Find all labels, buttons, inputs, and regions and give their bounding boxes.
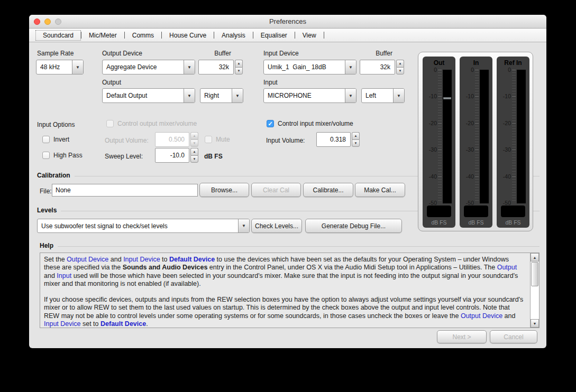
decrement-icon: ▼ <box>190 139 198 147</box>
output-select[interactable]: Default Output ▼ <box>102 88 195 103</box>
input-buffer-value: 32k <box>380 63 395 71</box>
levels-signal-value: Use subwoofer test signal to check/set l… <box>38 222 238 230</box>
output-device-value: Aggregate Device <box>103 63 184 71</box>
spinner-arrows: ▲ ▼ <box>235 60 243 74</box>
help-scrollbar[interactable]: ▲ ▼ <box>530 253 539 328</box>
chevron-down-icon: ▼ <box>72 60 83 74</box>
tab-soundcard[interactable]: Soundcard <box>35 30 81 41</box>
input-channel-select[interactable]: Left ▼ <box>361 88 405 103</box>
input-select[interactable]: MICROPHONE ▼ <box>263 88 356 103</box>
checkbox-icon[interactable] <box>42 152 50 159</box>
checkbox-checked-icon[interactable] <box>267 120 274 127</box>
generate-debug-button[interactable]: Generate Debug File... <box>305 219 402 233</box>
input-device-select[interactable]: Umik_1 Gain_ 18dB ▼ <box>263 60 356 74</box>
cal-file-value: None <box>56 186 71 194</box>
output-channel-value: Right <box>200 92 232 99</box>
checkbox-icon[interactable] <box>42 136 50 143</box>
scrollbar-thumb[interactable] <box>531 262 538 286</box>
tab-analysis[interactable]: Analysis <box>214 30 253 41</box>
sweep-level-field[interactable]: -10.0 <box>155 148 189 163</box>
tab-mic-meter[interactable]: Mic/Meter <box>81 30 124 41</box>
control-output-mixer-checkbox: Control output mixer/volume <box>106 120 197 127</box>
output-buffer-spinner[interactable]: 32k ▲ ▼ <box>198 60 243 74</box>
help-text: Set the Output Device and Input Device t… <box>40 253 530 328</box>
sample-rate-label: Sample Rate <box>37 50 74 57</box>
output-buffer-label: Buffer <box>198 50 231 57</box>
browse-button[interactable]: Browse... <box>199 183 249 197</box>
calibrate-button[interactable]: Calibrate... <box>303 183 353 197</box>
output-volume-value: 0.500 <box>169 136 189 143</box>
increment-icon[interactable]: ▲ <box>190 148 198 155</box>
meter-bar <box>517 70 526 203</box>
control-output-mixer-label: Control output mixer/volume <box>117 120 197 127</box>
sweep-level-unit: dB FS <box>204 153 223 160</box>
sample-rate-select[interactable]: 48 kHz ▼ <box>36 60 84 74</box>
input-buffer-spinner[interactable]: 32k ▲ ▼ <box>360 60 404 74</box>
meter-out-title: Out <box>423 59 455 67</box>
high-pass-checkbox[interactable]: High Pass <box>42 152 83 159</box>
tab-view[interactable]: View <box>295 30 324 41</box>
output-device-select[interactable]: Aggregate Device ▼ <box>102 60 195 74</box>
decrement-icon[interactable]: ▼ <box>190 155 198 163</box>
input-volume-field[interactable]: 0.318 <box>316 132 351 147</box>
levels-signal-select[interactable]: Use subwoofer test signal to check/set l… <box>37 219 250 233</box>
output-channel-select[interactable]: Right ▼ <box>200 88 243 103</box>
preferences-window: Preferences Soundcard Mic/Meter Comms Ho… <box>29 15 546 348</box>
output-value: Default Output <box>103 92 184 99</box>
increment-icon[interactable]: ▲ <box>352 132 360 139</box>
meter-in: In 0 -10 -20 -30 -40 -50 dB FS <box>460 57 492 228</box>
help-paragraph: Set the Output Device and Input Device t… <box>44 256 527 288</box>
output-volume-field: 0.500 <box>155 132 189 147</box>
input-device-label: Input Device <box>263 50 299 57</box>
title-bar[interactable]: Preferences <box>29 15 546 29</box>
make-cal-button[interactable]: Make Cal... <box>355 183 405 197</box>
cal-file-label: File: <box>40 188 52 195</box>
meter-peak-marker <box>443 97 451 99</box>
decrement-icon[interactable]: ▼ <box>235 67 243 75</box>
decrement-icon[interactable]: ▼ <box>396 67 404 75</box>
tab-house-curve[interactable]: House Curve <box>162 30 214 41</box>
output-volume-spinner: 0.500 ▲ ▼ <box>155 132 198 147</box>
input-volume-value: 0.318 <box>330 136 350 143</box>
spinner-arrows: ▲ ▼ <box>190 148 198 163</box>
tab-equaliser[interactable]: Equaliser <box>253 30 295 41</box>
chevron-down-icon: ▼ <box>238 219 249 232</box>
mute-label: Mute <box>216 136 230 143</box>
output-buffer-field[interactable]: 32k <box>198 60 234 74</box>
increment-icon[interactable]: ▲ <box>235 60 243 67</box>
meter-unit: dB FS <box>460 219 492 226</box>
check-levels-button[interactable]: Check Levels... <box>251 219 302 233</box>
sample-rate-value: 48 kHz <box>36 63 72 71</box>
meter-readout <box>501 206 525 217</box>
tab-comms[interactable]: Comms <box>125 30 161 41</box>
output-device-label: Output Device <box>102 50 142 57</box>
increment-icon[interactable]: ▲ <box>396 60 404 67</box>
calibration-title: Calibration <box>37 172 70 179</box>
output-label: Output <box>102 79 121 86</box>
input-buffer-field[interactable]: 32k <box>360 60 395 74</box>
scroll-up-icon[interactable]: ▲ <box>531 253 539 262</box>
meter-tick-marks <box>512 70 516 203</box>
invert-label: Invert <box>53 136 69 143</box>
chevron-down-icon: ▼ <box>393 89 404 102</box>
chevron-down-icon: ▼ <box>232 89 243 102</box>
meter-readout <box>464 206 488 217</box>
input-options-label: Input Options <box>37 121 75 128</box>
section-rule <box>58 246 540 247</box>
decrement-icon[interactable]: ▼ <box>352 139 360 147</box>
cal-file-input[interactable]: None <box>52 184 198 197</box>
control-input-mixer-checkbox[interactable]: Control input mixer/volume <box>267 120 353 127</box>
tab-bar: Soundcard Mic/Meter Comms House Curve An… <box>29 29 546 42</box>
input-volume-spinner[interactable]: 0.318 ▲ ▼ <box>316 132 360 147</box>
chevron-down-icon: ▼ <box>345 60 356 74</box>
scroll-down-icon[interactable]: ▼ <box>531 319 539 328</box>
control-input-mixer-label: Control input mixer/volume <box>278 120 353 127</box>
invert-checkbox[interactable]: Invert <box>42 136 69 143</box>
meter-out: Out 0 -10 -20 -30 -40 -50 dB FS <box>423 57 455 228</box>
sweep-level-spinner[interactable]: -10.0 ▲ ▼ <box>155 148 198 163</box>
input-value: MICROPHONE <box>264 92 345 99</box>
spinner-arrows: ▲ ▼ <box>396 60 404 74</box>
high-pass-label: High Pass <box>53 152 83 159</box>
meter-bar <box>480 70 489 203</box>
meter-scale: 0 -10 -20 -30 -40 -50 <box>460 70 492 203</box>
